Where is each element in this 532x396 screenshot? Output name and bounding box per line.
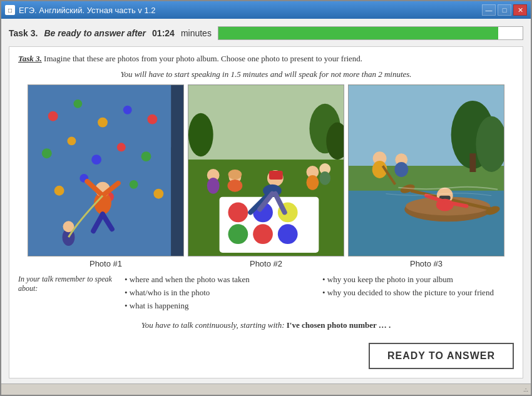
task-bar: Task 3. Be ready to answer after 01:24 m… <box>9 24 523 43</box>
photo-3-label: Photo #3 <box>410 259 442 268</box>
title-bar-buttons: — □ ✕ <box>482 4 527 16</box>
task-heading: Task 3. Imagine that these are photos fr… <box>18 53 514 64</box>
svg-point-11 <box>117 143 126 152</box>
svg-point-33 <box>228 203 248 223</box>
svg-point-7 <box>147 114 157 124</box>
svg-point-38 <box>278 224 298 244</box>
svg-point-12 <box>141 151 151 161</box>
close-button[interactable]: ✕ <box>513 4 527 16</box>
photo-2-frame <box>188 84 344 256</box>
inner-panel: Task 3. Imagine that these are photos fr… <box>9 46 523 378</box>
minutes-label: minutes <box>181 28 212 38</box>
svg-point-16 <box>130 180 138 189</box>
svg-point-5 <box>98 118 108 128</box>
photo-2-label: Photo #2 <box>250 259 282 268</box>
title-bar-left: □ ЕГЭ. Английский. Устная часть v 1.2 <box>5 5 156 15</box>
title-bar: □ ЕГЭ. Английский. Устная часть v 1.2 — … <box>1 1 531 19</box>
svg-point-13 <box>54 186 64 196</box>
ready-button-container: READY TO ANSWER <box>18 340 514 372</box>
status-text: .:. <box>523 386 528 393</box>
svg-rect-59 <box>469 153 476 172</box>
svg-point-6 <box>123 106 132 114</box>
svg-point-10 <box>91 155 101 165</box>
app-icon: □ <box>5 5 15 15</box>
svg-point-3 <box>48 111 58 121</box>
svg-point-17 <box>153 189 163 199</box>
svg-point-8 <box>42 148 52 158</box>
svg-point-29 <box>188 113 213 156</box>
svg-rect-26 <box>171 85 183 256</box>
progress-bar <box>218 27 498 39</box>
svg-point-74 <box>394 162 408 177</box>
photos-row: Photo #1 <box>18 84 514 268</box>
bottom-section: In your talk remember to speak about: wh… <box>18 273 514 312</box>
ready-to-answer-button[interactable]: READY TO ANSWER <box>369 343 514 369</box>
progress-container <box>218 26 523 40</box>
svg-rect-40 <box>269 171 283 180</box>
svg-point-36 <box>228 224 248 244</box>
svg-point-9 <box>67 137 76 146</box>
bullet-item-4: why you keep the photo in your album <box>322 273 514 287</box>
status-bar: .:. <box>1 383 531 395</box>
bullet-item-5: why you decided to show the picture to y… <box>322 287 514 300</box>
photo-1-frame <box>28 84 184 256</box>
photo-2-container: Photo #2 <box>188 84 344 268</box>
svg-point-50 <box>227 180 242 192</box>
starting-prefix: You have to talk continuously, starting … <box>141 320 285 330</box>
bullet-item-2: what/who is in the photo <box>125 287 316 300</box>
svg-point-37 <box>253 224 273 244</box>
svg-point-4 <box>73 99 82 108</box>
starting-text: You have to talk continuously, starting … <box>18 320 514 330</box>
timer-display: 01:24 <box>152 28 175 38</box>
bullet-item-3: what is happening <box>125 300 316 313</box>
window-title: ЕГЭ. Английский. Устная часть v 1.2 <box>19 6 156 15</box>
bullet-list-left: where and when the photo was taken what/… <box>125 273 316 312</box>
task-number-label: Task 3. <box>9 28 38 38</box>
maximize-button[interactable]: □ <box>498 4 511 16</box>
main-content: Task 3. Be ready to answer after 01:24 m… <box>1 19 531 383</box>
starting-bold: I've chosen photo number … . <box>287 320 391 330</box>
remember-label: In your talk remember to speak about: <box>18 273 118 293</box>
svg-rect-2 <box>28 85 171 256</box>
photo-3-container: Photo #3 <box>348 84 504 268</box>
svg-point-53 <box>319 171 330 185</box>
photo-1-container: Photo #1 <box>28 84 184 268</box>
main-window: □ ЕГЭ. Английский. Устная часть v 1.2 — … <box>0 0 532 396</box>
photo-1-label: Photo #1 <box>90 259 122 268</box>
svg-point-51 <box>228 170 242 180</box>
svg-point-48 <box>306 175 319 190</box>
bullet-list-right: why you keep the photo in your album why… <box>322 273 514 300</box>
bullet-item-1: where and when the photo was taken <box>125 273 316 287</box>
svg-point-46 <box>207 178 220 194</box>
task-instruction-label: Be ready to answer after <box>44 28 146 38</box>
task-subtext: You will have to start speaking in 1.5 m… <box>18 69 514 79</box>
task-heading-bold: Task 3. <box>18 54 42 63</box>
task-heading-text: Imagine that these are photos from your … <box>44 54 362 63</box>
photo-3-frame <box>348 84 504 256</box>
minimize-button[interactable]: — <box>482 4 496 16</box>
